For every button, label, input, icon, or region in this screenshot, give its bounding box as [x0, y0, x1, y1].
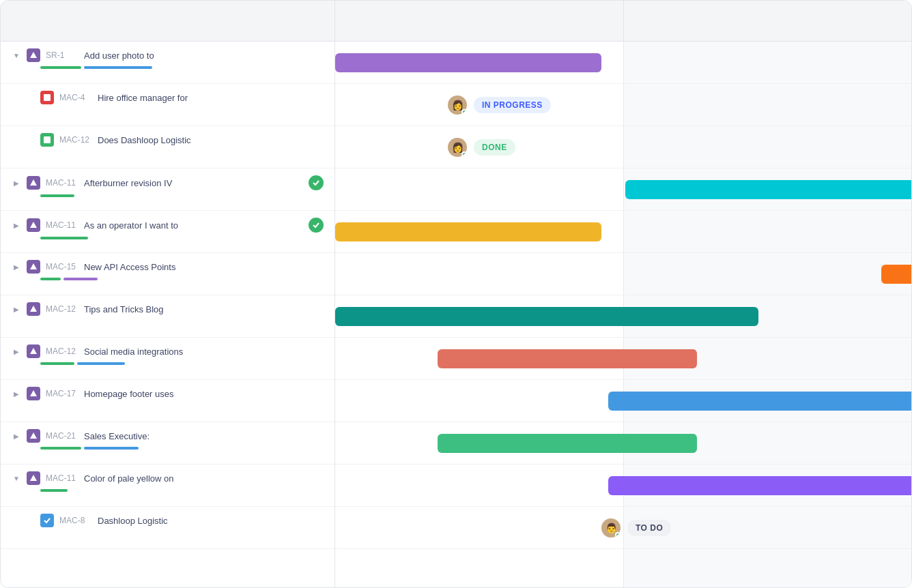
chevron-icon[interactable]: ▶: [12, 347, 21, 356]
epic-row-mac21: ▶MAC-21Sales Executive:: [1, 422, 334, 465]
svg-marker-10: [30, 475, 37, 481]
app-container: ▼SR-1Add user photo toMAC-4Hire office m…: [0, 0, 912, 588]
chevron-icon[interactable]: [25, 135, 35, 145]
issue-title: Add user photo to: [84, 50, 324, 61]
epic-row-mac17: ▶MAC-17Homepage footer uses: [1, 380, 334, 422]
issue-id: MAC-12: [46, 304, 79, 314]
issue-icon: [27, 344, 40, 358]
epic-row-mac12b: ▶MAC-12Tips and Tricks Blog: [1, 295, 334, 338]
issue-icon: [40, 133, 54, 147]
issue-title: Hire office manager for: [98, 93, 324, 103]
issue-icon: [27, 260, 40, 274]
progress-bar: [40, 362, 74, 365]
chevron-icon[interactable]: ▶: [12, 262, 21, 271]
progress-bars: [12, 278, 324, 280]
progress-bar: [40, 447, 81, 450]
chevron-icon[interactable]: ▼: [12, 50, 21, 60]
issue-icon: [40, 91, 54, 104]
issue-id: MAC-12: [59, 135, 92, 145]
issue-title: As an operator I want to: [84, 220, 303, 231]
svg-marker-9: [30, 432, 37, 439]
svg-rect-2: [44, 136, 51, 143]
chevron-icon[interactable]: [25, 93, 35, 102]
epic-row-mac12c: ▶MAC-12Social media integrations: [1, 338, 334, 380]
epic-row-sr1: ▼SR-1Add user photo to: [1, 42, 334, 84]
issue-title: Color of pale yellow on: [84, 473, 324, 484]
issue-title: Dashloop Logistic: [98, 516, 324, 526]
issue-icon: [27, 218, 40, 232]
progress-bar: [84, 447, 139, 450]
done-badge: [309, 175, 324, 190]
header: [1, 1, 911, 42]
svg-marker-6: [30, 306, 37, 312]
issue-icon: [27, 471, 40, 485]
progress-bar: [40, 194, 74, 197]
progress-bar: [77, 362, 125, 365]
issue-title: Social media integrations: [84, 347, 324, 357]
issue-icon: [27, 176, 40, 190]
gantt-grid: [335, 42, 911, 587]
progress-bars: [12, 447, 324, 450]
issue-title: Afterburner revision IV: [84, 178, 303, 188]
epic-row-mac15: ▶MAC-15New API Access Points: [1, 253, 334, 295]
right-panel: 👩IN PROGRESS👩DONE👨TO DO: [335, 42, 911, 587]
issue-icon: [27, 302, 40, 316]
issue-id: MAC-4: [59, 93, 92, 102]
svg-marker-7: [30, 348, 37, 354]
svg-marker-5: [30, 263, 37, 269]
epic-row-mac11b: ▶MAC-11As an operator I want to: [1, 211, 334, 253]
progress-bar: [63, 278, 98, 280]
epic-row-mac11a: ▶MAC-11Afterburner revision IV: [1, 168, 334, 211]
issue-title: Sales Executive:: [84, 431, 324, 441]
svg-marker-3: [30, 179, 37, 186]
issue-id: MAC-21: [46, 431, 79, 441]
svg-rect-1: [44, 94, 51, 101]
epic-row-mac4: MAC-4Hire office manager for: [1, 84, 334, 126]
issue-id: MAC-15: [46, 262, 79, 271]
progress-bars: [12, 362, 324, 365]
svg-marker-4: [30, 222, 37, 228]
issue-id: MAC-11: [46, 178, 79, 188]
chevron-icon[interactable]: ▶: [12, 389, 21, 398]
issue-icon: [27, 387, 40, 400]
left-panel: ▼SR-1Add user photo toMAC-4Hire office m…: [1, 42, 335, 587]
svg-marker-8: [30, 390, 37, 396]
progress-bar: [40, 66, 81, 69]
progress-bar: [84, 66, 152, 69]
issue-title: Homepage footer uses: [84, 389, 324, 399]
progress-bars: [12, 237, 324, 239]
header-may: [335, 1, 624, 41]
progress-bars: [12, 66, 324, 69]
issue-icon: [27, 429, 40, 443]
chevron-icon[interactable]: [25, 516, 35, 525]
header-epic: [1, 1, 335, 41]
chevron-icon[interactable]: ▶: [12, 178, 21, 188]
epic-row-mac12a: MAC-12Does Dashloop Logistic: [1, 126, 334, 168]
gantt-col-jun: [624, 42, 912, 587]
epic-row-mac11c: ▼MAC-11Color of pale yellow on: [1, 465, 334, 507]
progress-bar: [40, 489, 68, 492]
chevron-icon[interactable]: ▶: [12, 431, 21, 441]
issue-id: MAC-12: [46, 347, 79, 356]
issue-title: New API Access Points: [84, 262, 324, 272]
issue-icon: [40, 514, 54, 527]
header-jun: [624, 1, 912, 41]
issue-id: MAC-8: [59, 516, 92, 525]
issue-title: Tips and Tricks Blog: [84, 304, 324, 314]
done-badge: [309, 218, 324, 233]
progress-bar: [40, 278, 61, 280]
issue-id: MAC-11: [46, 473, 79, 483]
issue-icon: [27, 48, 40, 62]
body: ▼SR-1Add user photo toMAC-4Hire office m…: [1, 42, 911, 587]
progress-bars: [12, 194, 324, 197]
chevron-icon[interactable]: ▶: [12, 220, 21, 230]
epic-row-mac8: MAC-8Dashloop Logistic: [1, 507, 334, 549]
issue-id: MAC-11: [46, 220, 79, 230]
chevron-icon[interactable]: ▼: [12, 473, 21, 483]
issue-title: Does Dashloop Logistic: [98, 135, 324, 145]
chevron-icon[interactable]: ▶: [12, 304, 21, 314]
gantt-col-may: [335, 42, 624, 587]
progress-bar: [40, 237, 88, 239]
svg-marker-0: [30, 52, 37, 58]
issue-id: SR-1: [46, 50, 79, 60]
